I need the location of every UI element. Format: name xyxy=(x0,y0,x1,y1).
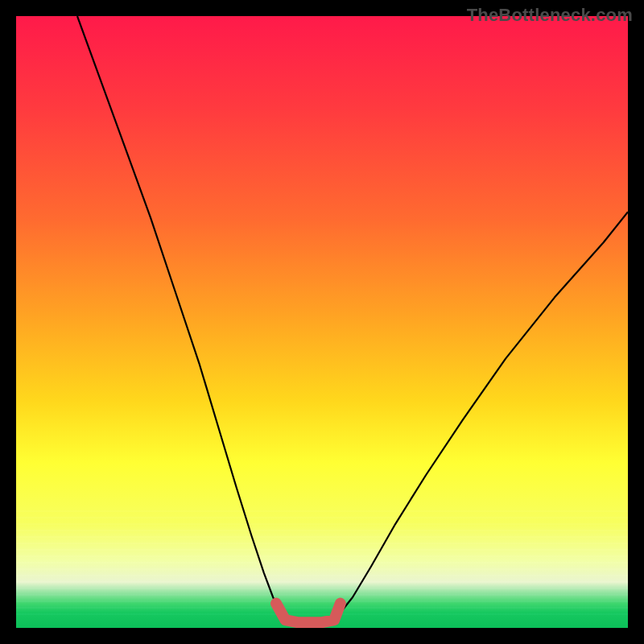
plot-area xyxy=(16,16,628,628)
curve-layer xyxy=(16,16,628,628)
series-bottom-highlight xyxy=(276,604,341,623)
watermark-text: TheBottleneck.com xyxy=(467,5,633,26)
series-right-branch xyxy=(334,212,628,621)
chart-frame: TheBottleneck.com xyxy=(0,0,644,644)
series-left-branch xyxy=(77,16,285,621)
